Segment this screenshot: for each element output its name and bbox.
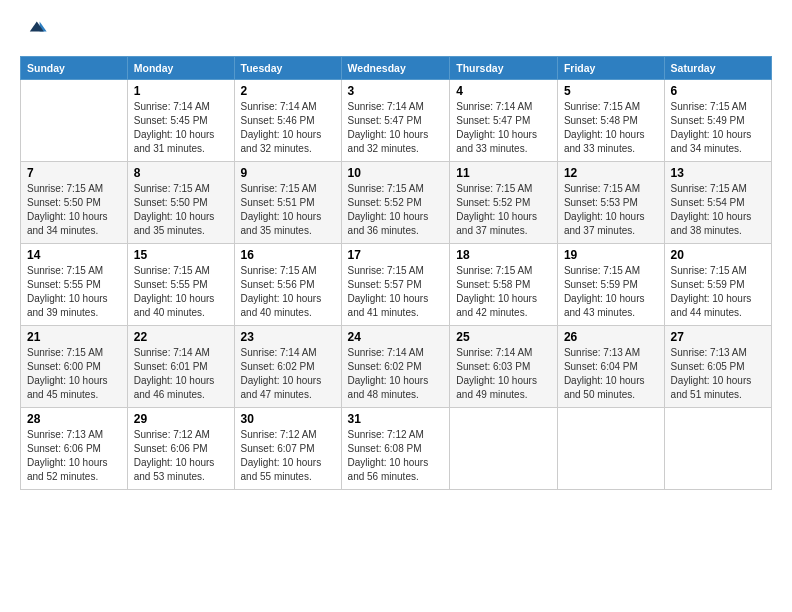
- day-cell: 17 Sunrise: 7:15 AMSunset: 5:57 PMDaylig…: [341, 244, 450, 326]
- header-wednesday: Wednesday: [341, 57, 450, 80]
- day-number: 14: [27, 248, 121, 262]
- day-cell: 5 Sunrise: 7:15 AMSunset: 5:48 PMDayligh…: [557, 80, 664, 162]
- day-number: 1: [134, 84, 228, 98]
- day-info: Sunrise: 7:12 AMSunset: 6:08 PMDaylight:…: [348, 428, 444, 484]
- day-number: 16: [241, 248, 335, 262]
- day-cell: 14 Sunrise: 7:15 AMSunset: 5:55 PMDaylig…: [21, 244, 128, 326]
- day-cell: 8 Sunrise: 7:15 AMSunset: 5:50 PMDayligh…: [127, 162, 234, 244]
- day-cell: 21 Sunrise: 7:15 AMSunset: 6:00 PMDaylig…: [21, 326, 128, 408]
- day-number: 21: [27, 330, 121, 344]
- header: [20, 16, 772, 44]
- day-cell: 10 Sunrise: 7:15 AMSunset: 5:52 PMDaylig…: [341, 162, 450, 244]
- day-number: 31: [348, 412, 444, 426]
- header-thursday: Thursday: [450, 57, 558, 80]
- day-info: Sunrise: 7:14 AMSunset: 5:47 PMDaylight:…: [348, 100, 444, 156]
- main-container: SundayMondayTuesdayWednesdayThursdayFrid…: [0, 0, 792, 502]
- day-cell: 29 Sunrise: 7:12 AMSunset: 6:06 PMDaylig…: [127, 408, 234, 490]
- day-number: 22: [134, 330, 228, 344]
- day-number: 28: [27, 412, 121, 426]
- day-number: 9: [241, 166, 335, 180]
- day-info: Sunrise: 7:15 AMSunset: 5:52 PMDaylight:…: [348, 182, 444, 238]
- day-info: Sunrise: 7:15 AMSunset: 5:51 PMDaylight:…: [241, 182, 335, 238]
- day-info: Sunrise: 7:15 AMSunset: 5:54 PMDaylight:…: [671, 182, 765, 238]
- day-info: Sunrise: 7:15 AMSunset: 5:59 PMDaylight:…: [671, 264, 765, 320]
- day-cell: 2 Sunrise: 7:14 AMSunset: 5:46 PMDayligh…: [234, 80, 341, 162]
- week-row-5: 28 Sunrise: 7:13 AMSunset: 6:06 PMDaylig…: [21, 408, 772, 490]
- header-monday: Monday: [127, 57, 234, 80]
- day-cell: 6 Sunrise: 7:15 AMSunset: 5:49 PMDayligh…: [664, 80, 771, 162]
- day-number: 24: [348, 330, 444, 344]
- day-cell: 1 Sunrise: 7:14 AMSunset: 5:45 PMDayligh…: [127, 80, 234, 162]
- day-cell: 25 Sunrise: 7:14 AMSunset: 6:03 PMDaylig…: [450, 326, 558, 408]
- day-cell: 18 Sunrise: 7:15 AMSunset: 5:58 PMDaylig…: [450, 244, 558, 326]
- day-cell: 16 Sunrise: 7:15 AMSunset: 5:56 PMDaylig…: [234, 244, 341, 326]
- header-sunday: Sunday: [21, 57, 128, 80]
- day-number: 2: [241, 84, 335, 98]
- day-cell: [557, 408, 664, 490]
- day-info: Sunrise: 7:14 AMSunset: 6:02 PMDaylight:…: [241, 346, 335, 402]
- day-number: 30: [241, 412, 335, 426]
- day-cell: 27 Sunrise: 7:13 AMSunset: 6:05 PMDaylig…: [664, 326, 771, 408]
- logo: [20, 16, 52, 44]
- day-info: Sunrise: 7:13 AMSunset: 6:05 PMDaylight:…: [671, 346, 765, 402]
- calendar-table: SundayMondayTuesdayWednesdayThursdayFrid…: [20, 56, 772, 490]
- day-number: 10: [348, 166, 444, 180]
- day-info: Sunrise: 7:15 AMSunset: 5:52 PMDaylight:…: [456, 182, 551, 238]
- day-number: 18: [456, 248, 551, 262]
- day-cell: 30 Sunrise: 7:12 AMSunset: 6:07 PMDaylig…: [234, 408, 341, 490]
- day-info: Sunrise: 7:15 AMSunset: 5:56 PMDaylight:…: [241, 264, 335, 320]
- day-info: Sunrise: 7:12 AMSunset: 6:07 PMDaylight:…: [241, 428, 335, 484]
- day-cell: 28 Sunrise: 7:13 AMSunset: 6:06 PMDaylig…: [21, 408, 128, 490]
- day-number: 12: [564, 166, 658, 180]
- day-info: Sunrise: 7:12 AMSunset: 6:06 PMDaylight:…: [134, 428, 228, 484]
- day-cell: 20 Sunrise: 7:15 AMSunset: 5:59 PMDaylig…: [664, 244, 771, 326]
- day-info: Sunrise: 7:15 AMSunset: 5:48 PMDaylight:…: [564, 100, 658, 156]
- day-number: 11: [456, 166, 551, 180]
- day-number: 5: [564, 84, 658, 98]
- day-cell: 19 Sunrise: 7:15 AMSunset: 5:59 PMDaylig…: [557, 244, 664, 326]
- day-cell: 15 Sunrise: 7:15 AMSunset: 5:55 PMDaylig…: [127, 244, 234, 326]
- day-cell: 3 Sunrise: 7:14 AMSunset: 5:47 PMDayligh…: [341, 80, 450, 162]
- day-cell: 22 Sunrise: 7:14 AMSunset: 6:01 PMDaylig…: [127, 326, 234, 408]
- week-row-3: 14 Sunrise: 7:15 AMSunset: 5:55 PMDaylig…: [21, 244, 772, 326]
- day-cell: 13 Sunrise: 7:15 AMSunset: 5:54 PMDaylig…: [664, 162, 771, 244]
- day-cell: [21, 80, 128, 162]
- day-cell: 23 Sunrise: 7:14 AMSunset: 6:02 PMDaylig…: [234, 326, 341, 408]
- day-cell: 11 Sunrise: 7:15 AMSunset: 5:52 PMDaylig…: [450, 162, 558, 244]
- logo-icon: [20, 16, 48, 44]
- day-number: 23: [241, 330, 335, 344]
- day-number: 7: [27, 166, 121, 180]
- day-info: Sunrise: 7:15 AMSunset: 5:55 PMDaylight:…: [27, 264, 121, 320]
- day-info: Sunrise: 7:15 AMSunset: 5:55 PMDaylight:…: [134, 264, 228, 320]
- day-info: Sunrise: 7:14 AMSunset: 6:03 PMDaylight:…: [456, 346, 551, 402]
- day-cell: 12 Sunrise: 7:15 AMSunset: 5:53 PMDaylig…: [557, 162, 664, 244]
- day-cell: 4 Sunrise: 7:14 AMSunset: 5:47 PMDayligh…: [450, 80, 558, 162]
- day-number: 25: [456, 330, 551, 344]
- week-row-2: 7 Sunrise: 7:15 AMSunset: 5:50 PMDayligh…: [21, 162, 772, 244]
- day-info: Sunrise: 7:15 AMSunset: 5:59 PMDaylight:…: [564, 264, 658, 320]
- day-number: 17: [348, 248, 444, 262]
- day-info: Sunrise: 7:15 AMSunset: 5:58 PMDaylight:…: [456, 264, 551, 320]
- day-cell: 7 Sunrise: 7:15 AMSunset: 5:50 PMDayligh…: [21, 162, 128, 244]
- day-info: Sunrise: 7:15 AMSunset: 5:50 PMDaylight:…: [27, 182, 121, 238]
- day-info: Sunrise: 7:13 AMSunset: 6:06 PMDaylight:…: [27, 428, 121, 484]
- day-number: 3: [348, 84, 444, 98]
- day-info: Sunrise: 7:15 AMSunset: 5:57 PMDaylight:…: [348, 264, 444, 320]
- day-info: Sunrise: 7:14 AMSunset: 5:47 PMDaylight:…: [456, 100, 551, 156]
- day-cell: 9 Sunrise: 7:15 AMSunset: 5:51 PMDayligh…: [234, 162, 341, 244]
- day-info: Sunrise: 7:15 AMSunset: 5:49 PMDaylight:…: [671, 100, 765, 156]
- day-number: 6: [671, 84, 765, 98]
- day-number: 15: [134, 248, 228, 262]
- header-row: SundayMondayTuesdayWednesdayThursdayFrid…: [21, 57, 772, 80]
- header-saturday: Saturday: [664, 57, 771, 80]
- day-number: 26: [564, 330, 658, 344]
- day-cell: 24 Sunrise: 7:14 AMSunset: 6:02 PMDaylig…: [341, 326, 450, 408]
- day-number: 19: [564, 248, 658, 262]
- day-info: Sunrise: 7:14 AMSunset: 5:45 PMDaylight:…: [134, 100, 228, 156]
- day-cell: [450, 408, 558, 490]
- day-cell: [664, 408, 771, 490]
- day-info: Sunrise: 7:15 AMSunset: 5:50 PMDaylight:…: [134, 182, 228, 238]
- day-cell: 31 Sunrise: 7:12 AMSunset: 6:08 PMDaylig…: [341, 408, 450, 490]
- day-info: Sunrise: 7:15 AMSunset: 6:00 PMDaylight:…: [27, 346, 121, 402]
- day-info: Sunrise: 7:14 AMSunset: 6:01 PMDaylight:…: [134, 346, 228, 402]
